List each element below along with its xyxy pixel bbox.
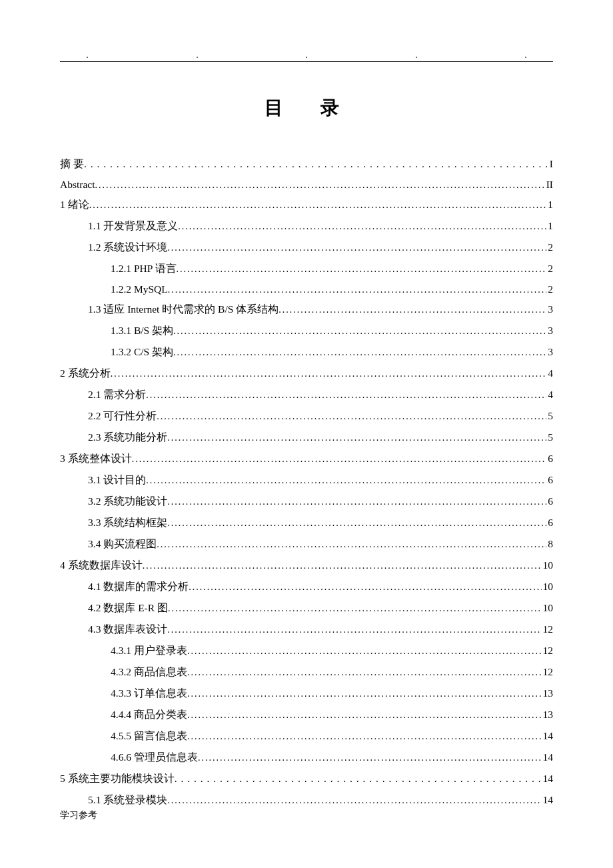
page-title: 目 录 [60, 95, 553, 121]
footer-text: 学习参考 [60, 809, 97, 821]
toc-entry: 5 系统主要功能模块设计14 [60, 772, 553, 786]
toc-entry: 2.2 可行性分析5 [60, 409, 553, 423]
toc-entry-label: 1.3.2 C/S 架构 [111, 345, 173, 359]
toc-entry-label: 4.3.3 订单信息表 [111, 687, 187, 701]
toc-entry-label: 1.3 适应 Internet 时代需求的 B/S 体系结构 [88, 303, 279, 317]
toc-entry-page: 1 [546, 199, 553, 211]
toc-entry-page: 14 [542, 773, 554, 785]
toc-entry: 2.3 系统功能分析5 [60, 431, 553, 445]
toc-leader [167, 495, 546, 507]
toc-entry: 2.1 需求分析4 [60, 388, 553, 402]
toc-entry-label: 3.2 系统功能设计 [88, 495, 167, 509]
toc-entry-label: 3 系统整体设计 [60, 452, 132, 466]
toc-entry-label: 4.3.2 商品信息表 [111, 665, 187, 679]
toc-entry: 摘 要I [60, 157, 553, 171]
toc-leader [84, 158, 548, 170]
header-rule [60, 57, 553, 62]
toc-entry-page: 12 [542, 645, 554, 657]
toc-leader [189, 581, 541, 593]
toc-entry: 3.2 系统功能设计6 [60, 495, 553, 509]
toc-leader [187, 687, 542, 699]
toc-entry-page: 4 [546, 389, 553, 401]
toc-entry: 4 系统数据库设计10 [60, 559, 553, 573]
toc-entry-page: 12 [542, 666, 554, 678]
toc-entry-label: 1.2 系统设计环境 [88, 241, 167, 255]
toc-leader [167, 623, 541, 635]
toc-leader [175, 773, 542, 785]
toc-entry-label: Abstract [60, 179, 95, 191]
toc-entry-label: 4.3.1 用户登录表 [111, 644, 187, 658]
toc-entry: 5.1 系统登录模块14 [60, 793, 553, 807]
toc-entry: 1.3 适应 Internet 时代需求的 B/S 体系结构3 [60, 303, 553, 317]
toc-entry-page: 1 [546, 220, 553, 232]
toc-entry-label: 2.3 系统功能分析 [88, 431, 167, 445]
toc-entry-label: 1.2.2 MySQL [111, 283, 168, 295]
toc-entry-page: 14 [542, 730, 554, 742]
toc-entry-page: II [545, 179, 553, 191]
toc-leader [157, 410, 546, 422]
toc-entry-page: 4 [546, 367, 553, 379]
toc-entry: 1.2.2 MySQL2 [60, 283, 553, 295]
toc-entry-page: 2 [546, 263, 553, 275]
toc-leader [167, 794, 541, 806]
toc-entry-page: 6 [546, 517, 553, 529]
toc-entry: 4.5.5 留言信息表14 [60, 729, 553, 743]
toc-entry-page: 10 [542, 581, 554, 593]
toc-entry: 3.4 购买流程图8 [60, 537, 553, 551]
table-of-contents: 摘 要IAbstractII1 绪论11.1 开发背景及意义11.2 系统设计环… [60, 157, 553, 807]
toc-entry: 4.1 数据库的需求分析10 [60, 580, 553, 594]
toc-entry-page: 10 [542, 602, 554, 614]
toc-leader [187, 730, 542, 742]
toc-entry-label: 1.2.1 PHP 语言 [111, 262, 177, 276]
toc-entry-page: 2 [546, 283, 553, 295]
toc-entry-label: 2.2 可行性分析 [88, 409, 157, 423]
toc-entry: 4.3.3 订单信息表13 [60, 687, 553, 701]
toc-entry-page: 5 [546, 410, 553, 422]
toc-leader [187, 666, 542, 678]
toc-entry-page: 14 [542, 794, 554, 806]
toc-entry-page: 3 [546, 303, 553, 315]
toc-entry-label: 1 绪论 [60, 198, 89, 212]
toc-entry-label: 2 系统分析 [60, 367, 111, 381]
toc-entry-page: I [548, 158, 553, 170]
toc-entry-page: 3 [546, 346, 553, 358]
toc-entry: 1.2.1 PHP 语言2 [60, 262, 553, 276]
toc-entry-label: 摘 要 [60, 157, 84, 171]
toc-entry-label: 4.4.4 商品分类表 [111, 708, 187, 722]
toc-entry-label: 1.3.1 B/S 架构 [111, 324, 173, 338]
toc-entry-label: 4.6.6 管理员信息表 [111, 751, 198, 765]
toc-leader [167, 517, 546, 529]
toc-entry: 4.4.4 商品分类表13 [60, 708, 553, 722]
toc-entry-label: 4.3 数据库表设计 [88, 623, 167, 637]
toc-entry-label: 5.1 系统登录模块 [88, 793, 167, 807]
toc-leader [279, 303, 546, 315]
toc-leader [95, 179, 545, 191]
toc-leader [173, 325, 546, 337]
toc-leader [146, 389, 546, 401]
toc-entry: 2 系统分析4 [60, 367, 553, 381]
toc-entry: 1.1 开发背景及意义1 [60, 219, 553, 233]
toc-entry-label: 4.5.5 留言信息表 [111, 729, 187, 743]
toc-leader [157, 538, 546, 550]
toc-entry: AbstractII [60, 179, 553, 191]
toc-entry-label: 4.1 数据库的需求分析 [88, 580, 189, 594]
toc-leader [198, 751, 542, 763]
toc-entry: 1 绪论1 [60, 198, 553, 212]
toc-entry: 1.3.2 C/S 架构3 [60, 345, 553, 359]
document-page: 目 录 摘 要IAbstractII1 绪论11.1 开发背景及意义11.2 系… [0, 0, 613, 868]
toc-leader [187, 709, 542, 721]
toc-entry: 4.6.6 管理员信息表14 [60, 751, 553, 765]
toc-entry-label: 4 系统数据库设计 [60, 559, 143, 573]
toc-entry-page: 3 [546, 325, 553, 337]
toc-entry-page: 5 [546, 431, 553, 443]
toc-entry-page: 2 [546, 241, 553, 253]
toc-leader [178, 220, 546, 232]
toc-entry-label: 3.3 系统结构框架 [88, 516, 167, 530]
toc-entry-page: 12 [542, 623, 554, 635]
toc-entry: 4.2 数据库 E-R 图10 [60, 601, 553, 615]
toc-entry: 4.3 数据库表设计12 [60, 623, 553, 637]
toc-leader [173, 346, 546, 358]
toc-leader [143, 559, 542, 571]
toc-leader [187, 645, 542, 657]
toc-entry-label: 5 系统主要功能模块设计 [60, 772, 175, 786]
